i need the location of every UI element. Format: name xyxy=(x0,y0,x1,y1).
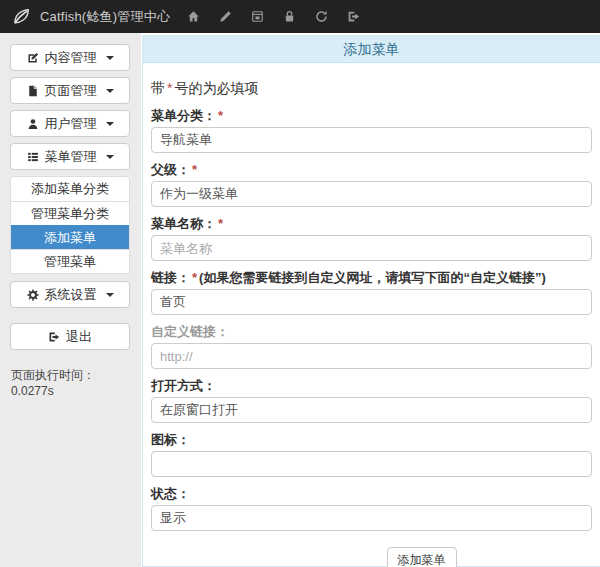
menu-name-input[interactable] xyxy=(151,235,592,261)
chevron-down-icon xyxy=(106,155,114,159)
field-label: 菜单分类：* xyxy=(151,109,592,123)
top-navbar: Catfish(鲶鱼)管理中心 xyxy=(0,0,600,33)
user-icon xyxy=(27,118,39,130)
menu-category-select[interactable]: 导航菜单 xyxy=(151,127,592,153)
refresh-icon[interactable] xyxy=(315,10,328,23)
sidebar-item-manage-menu[interactable]: 管理菜单 xyxy=(11,249,129,273)
sidebar-item-user-management[interactable]: 用户管理 xyxy=(10,110,130,137)
home-icon[interactable] xyxy=(187,10,200,23)
sidebar-item-menu-management[interactable]: 菜单管理 xyxy=(10,143,130,170)
open-mode-select[interactable]: 在原窗口打开 xyxy=(151,397,592,423)
book-icon[interactable] xyxy=(251,10,264,23)
sidebar-item-label: 菜单管理 xyxy=(45,148,97,166)
logout-icon xyxy=(48,331,60,343)
field-label: 状态： xyxy=(151,487,592,501)
add-menu-submit-button[interactable]: 添加菜单 xyxy=(387,547,457,567)
sidebar-item-system-settings[interactable]: 系统设置 xyxy=(10,281,130,308)
sidebar-item-label: 内容管理 xyxy=(45,49,97,67)
sidebar-item-label: 用户管理 xyxy=(45,115,97,133)
required-note: 带*号的为必填项 xyxy=(151,80,592,98)
form-group-menu-category: 菜单分类：* 导航菜单 xyxy=(151,109,592,153)
sidebar-item-label: 系统设置 xyxy=(45,286,97,304)
form-group-custom-link: 自定义链接： xyxy=(151,325,592,369)
field-label: 父级：* xyxy=(151,163,592,177)
navbar-actions xyxy=(187,10,360,23)
sidebar-item-content-management[interactable]: 内容管理 xyxy=(10,44,130,71)
form-group-link: 链接：*(如果您需要链接到自定义网址，请填写下面的“自定义链接”) 首页 xyxy=(151,271,592,315)
field-label: 图标： xyxy=(151,433,592,447)
field-label: 菜单名称：* xyxy=(151,217,592,231)
main-content: 添加菜单 带*号的为必填项 菜单分类：* 导航菜单 父级：* 作为一级菜单 菜单… xyxy=(141,33,600,567)
logout-icon[interactable] xyxy=(347,10,360,23)
brand-title: Catfish(鲶鱼)管理中心 xyxy=(40,8,170,26)
sidebar-item-page-management[interactable]: 页面管理 xyxy=(10,77,130,104)
submit-row: 添加菜单 xyxy=(151,547,592,567)
sidebar-item-label: 页面管理 xyxy=(45,82,97,100)
sidebar-item-add-menu[interactable]: 添加菜单 xyxy=(11,225,129,249)
panel-title: 添加菜单 xyxy=(143,36,600,63)
form-group-parent: 父级：* 作为一级菜单 xyxy=(151,163,592,207)
link-select[interactable]: 首页 xyxy=(151,289,592,315)
add-menu-panel: 添加菜单 带*号的为必填项 菜单分类：* 导航菜单 父级：* 作为一级菜单 菜单… xyxy=(142,35,600,567)
form-group-icon: 图标： xyxy=(151,433,592,477)
leaf-icon xyxy=(11,7,31,27)
pencil-icon[interactable] xyxy=(219,10,232,23)
form-group-menu-name: 菜单名称：* xyxy=(151,217,592,261)
logout-label: 退出 xyxy=(66,328,92,346)
edit-icon xyxy=(27,52,39,64)
form-group-open-mode: 打开方式： 在原窗口打开 xyxy=(151,379,592,423)
sidebar-item-manage-menu-category[interactable]: 管理菜单分类 xyxy=(11,201,129,225)
menu-management-submenu: 添加菜单分类 管理菜单分类 添加菜单 管理菜单 xyxy=(10,176,130,274)
gear-icon xyxy=(27,289,39,301)
field-label: 链接：*(如果您需要链接到自定义网址，请填写下面的“自定义链接”) xyxy=(151,271,592,285)
add-menu-form: 带*号的为必填项 菜单分类：* 导航菜单 父级：* 作为一级菜单 菜单名称：* … xyxy=(143,63,600,567)
sidebar-item-add-menu-category[interactable]: 添加菜单分类 xyxy=(11,177,129,201)
logout-button[interactable]: 退出 xyxy=(10,323,130,350)
status-select[interactable]: 显示 xyxy=(151,505,592,531)
field-label: 自定义链接： xyxy=(151,325,592,339)
field-label: 打开方式： xyxy=(151,379,592,393)
sidebar: 内容管理 页面管理 用户管理 菜单 xyxy=(0,33,141,567)
chevron-down-icon xyxy=(106,56,114,60)
lock-icon[interactable] xyxy=(283,10,296,23)
chevron-down-icon xyxy=(106,293,114,297)
list-icon xyxy=(27,151,39,163)
file-icon xyxy=(27,85,39,97)
page-execution-time: 页面执行时间：0.0277s xyxy=(10,367,130,398)
chevron-down-icon xyxy=(106,122,114,126)
parent-select[interactable]: 作为一级菜单 xyxy=(151,181,592,207)
icon-input[interactable] xyxy=(151,451,592,477)
custom-link-input[interactable] xyxy=(151,343,592,369)
chevron-down-icon xyxy=(106,89,114,93)
form-group-status: 状态： 显示 xyxy=(151,487,592,531)
